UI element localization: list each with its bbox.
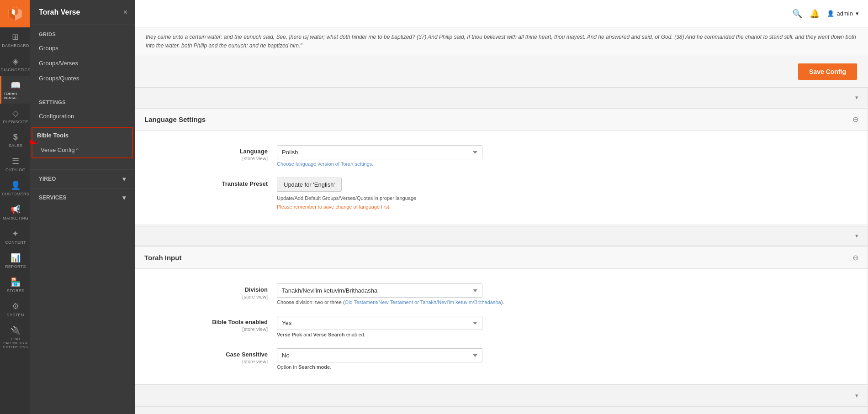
nav-rail: ⊞ DASHBOARD ◈ DIAGNOSTICS 📖 TORAH VERSE … bbox=[0, 0, 30, 414]
translate-preset-button[interactable]: Update for 'English' bbox=[277, 178, 342, 192]
sidebar-header: Torah Verse × bbox=[30, 0, 135, 25]
magento-logo-icon bbox=[7, 5, 23, 22]
catalog-icon: ☰ bbox=[12, 156, 19, 166]
sidebar-item-dashboard[interactable]: ⊞ DASHBOARD bbox=[0, 27, 30, 52]
case-sensitive-form-row: Case Sensitive [store view] No Option in… bbox=[135, 343, 868, 375]
user-menu[interactable]: 👤 admin ▾ bbox=[827, 10, 859, 17]
language-select[interactable]: Polish bbox=[277, 145, 482, 159]
division-label: Division bbox=[244, 286, 268, 293]
config-header: Save Config bbox=[135, 56, 868, 88]
grids-section-label: Grids bbox=[30, 25, 135, 41]
bible-tools-enabled-label: Bible Tools enabled bbox=[212, 319, 268, 325]
collapsed-section-mid1[interactable]: ▾ bbox=[135, 226, 868, 246]
bible-tools-field-col: Yes Verse Pick and Verse Search enabled. bbox=[277, 316, 854, 337]
collapsed-chevron-down-icon: ▾ bbox=[855, 94, 858, 101]
sidebar-close-button[interactable]: × bbox=[123, 8, 127, 16]
dashboard-icon: ⊞ bbox=[12, 32, 19, 42]
search-icon[interactable]: 🔍 bbox=[792, 9, 802, 19]
customers-icon: 👤 bbox=[11, 180, 21, 190]
translate-preset-label: Translate Preset bbox=[222, 180, 268, 187]
division-store-view: [store view] bbox=[149, 294, 268, 299]
sidebar-yireo-section[interactable]: YIREO ▾ bbox=[30, 169, 135, 188]
content-sections: ▾ Language Settings ⊖ Language [store vi… bbox=[135, 88, 868, 414]
stores-icon: 🏪 bbox=[11, 277, 21, 287]
sidebar-services-section[interactable]: SERVICES ▾ bbox=[30, 188, 135, 207]
bible-tools-select[interactable]: Yes bbox=[277, 316, 482, 330]
yireo-chevron-icon: ▾ bbox=[122, 175, 126, 183]
header-icons: 🔍 🔔 👤 admin ▾ bbox=[792, 9, 859, 19]
case-sensitive-select[interactable]: No bbox=[277, 348, 482, 362]
torah-input-header[interactable]: Torah Input ⊖ bbox=[135, 247, 868, 269]
sidebar-item-customers[interactable]: 👤 CUSTOMERS bbox=[0, 176, 30, 200]
case-sensitive-label-col: Case Sensitive [store view] bbox=[149, 348, 277, 364]
bible-tools-hint: Verse Pick and Verse Search enabled. bbox=[277, 332, 854, 337]
sidebar-title: Torah Verse bbox=[39, 8, 80, 16]
division-select[interactable]: Tanakh/Nevi'im ketuvim/Brithadasha bbox=[277, 283, 482, 298]
language-label: Language bbox=[240, 148, 268, 155]
sidebar-item-groups-verses[interactable]: Groups/Verses bbox=[30, 56, 135, 71]
save-config-button[interactable]: Save Config bbox=[798, 63, 857, 80]
translate-preset-form-row: Translate Preset Update for 'English' Up… bbox=[135, 172, 868, 215]
language-settings-collapse-icon: ⊖ bbox=[852, 115, 858, 124]
collapsed-section-top[interactable]: ▾ bbox=[135, 88, 868, 107]
user-icon: 👤 bbox=[827, 10, 834, 17]
case-sensitive-field-col: No Option in Search mode. bbox=[277, 348, 854, 370]
sidebar-item-diagnostics[interactable]: ◈ DIAGNOSTICS bbox=[0, 52, 30, 76]
sidebar-item-system[interactable]: ⚙ SYSTEM bbox=[0, 297, 30, 321]
top-header: 🔍 🔔 👤 admin ▾ bbox=[135, 0, 868, 27]
sidebar-item-torah-verse[interactable]: 📖 TORAH VERSE bbox=[0, 76, 30, 104]
bible-tools-header: Bible Tools bbox=[32, 128, 132, 142]
torah-input-title: Torah Input bbox=[144, 254, 181, 262]
diagnostics-icon: ◈ bbox=[12, 56, 19, 66]
torah-input-section: Torah Input ⊖ Division [store view] Tana… bbox=[135, 246, 868, 385]
language-field-col: Polish Choose language version of Torah … bbox=[277, 145, 854, 167]
collapsed-section-mid3[interactable]: ▾ bbox=[135, 406, 868, 414]
sidebar-item-catalog[interactable]: ☰ CATALOG bbox=[0, 152, 30, 176]
translate-preset-label-col: Translate Preset bbox=[149, 178, 277, 187]
division-label-col: Division [store view] bbox=[149, 283, 277, 299]
sidebar-item-reports[interactable]: 📊 REPORTS bbox=[0, 248, 30, 273]
torah-verse-icon: 📖 bbox=[11, 80, 21, 90]
content-icon: ✦ bbox=[12, 229, 19, 239]
collapsed-section-mid2[interactable]: ▾ bbox=[135, 386, 868, 405]
sidebar-item-plebiscite[interactable]: ◇ PLEBISCITE bbox=[0, 104, 30, 128]
notifications-icon[interactable]: 🔔 bbox=[810, 9, 820, 19]
language-settings-section: Language Settings ⊖ Language [store view… bbox=[135, 108, 868, 225]
case-sensitive-label: Case Sensitive bbox=[226, 351, 268, 358]
services-chevron-icon: ▾ bbox=[122, 194, 126, 201]
collapsed-chevron-mid2-icon: ▾ bbox=[855, 392, 858, 399]
app-logo[interactable] bbox=[0, 0, 30, 27]
sidebar-item-groups[interactable]: Groups bbox=[30, 41, 135, 56]
case-sensitive-store-view: [store view] bbox=[149, 359, 268, 364]
language-settings-title: Language Settings bbox=[144, 115, 206, 123]
sidebar-item-configuration[interactable]: Configuration bbox=[30, 109, 135, 124]
sidebar-item-stores[interactable]: 🏪 STORES bbox=[0, 273, 30, 297]
language-settings-header[interactable]: Language Settings ⊖ bbox=[135, 109, 868, 131]
find-partners-icon: 🔌 bbox=[11, 325, 21, 335]
language-settings-body: Language [store view] Polish Choose lang… bbox=[135, 131, 868, 225]
language-label-col: Language [store view] bbox=[149, 145, 277, 161]
collapsed-chevron-mid1-icon: ▾ bbox=[855, 232, 858, 239]
system-icon: ⚙ bbox=[12, 301, 19, 311]
bible-tools-enabled-label-col: Bible Tools enabled [store view] bbox=[149, 316, 277, 332]
torah-input-body: Division [store view] Tanakh/Nevi'im ket… bbox=[135, 269, 868, 384]
sidebar-item-find-partners[interactable]: 🔌 FIND PARTNERS & EXTENSIONS bbox=[0, 321, 30, 353]
settings-section-label: Settings bbox=[30, 93, 135, 109]
reports-icon: 📊 bbox=[11, 253, 21, 263]
sidebar-item-verse-config[interactable]: Verse Config ᵃ bbox=[32, 142, 132, 157]
bible-tools-box: Bible Tools Verse Config ᵃ bbox=[32, 127, 133, 158]
sidebar-item-sales[interactable]: $ SALES bbox=[0, 128, 30, 152]
sidebar-item-content[interactable]: ✦ CONTENT bbox=[0, 224, 30, 248]
sales-icon: $ bbox=[13, 132, 18, 142]
sidebar-item-groups-quotes[interactable]: Groups/Quotes bbox=[30, 71, 135, 86]
bible-tools-enabled-form-row: Bible Tools enabled [store view] Yes Ver… bbox=[135, 310, 868, 343]
username-label: admin bbox=[837, 10, 853, 17]
marketing-icon: 📢 bbox=[11, 204, 21, 215]
quote-banner: they came unto a certain water: and the … bbox=[135, 27, 868, 56]
content-area: they came unto a certain water: and the … bbox=[135, 27, 868, 414]
sidebar-item-marketing[interactable]: 📢 MARKETING bbox=[0, 200, 30, 224]
sidebar-panel: Torah Verse × Grids Groups Groups/Verses… bbox=[30, 0, 135, 414]
division-form-row: Division [store view] Tanakh/Nevi'im ket… bbox=[135, 278, 868, 310]
division-hint: Choose division: two or three (Old Testa… bbox=[277, 299, 854, 305]
translate-preset-field-col: Update for 'English' Update/Add Default … bbox=[277, 178, 854, 210]
